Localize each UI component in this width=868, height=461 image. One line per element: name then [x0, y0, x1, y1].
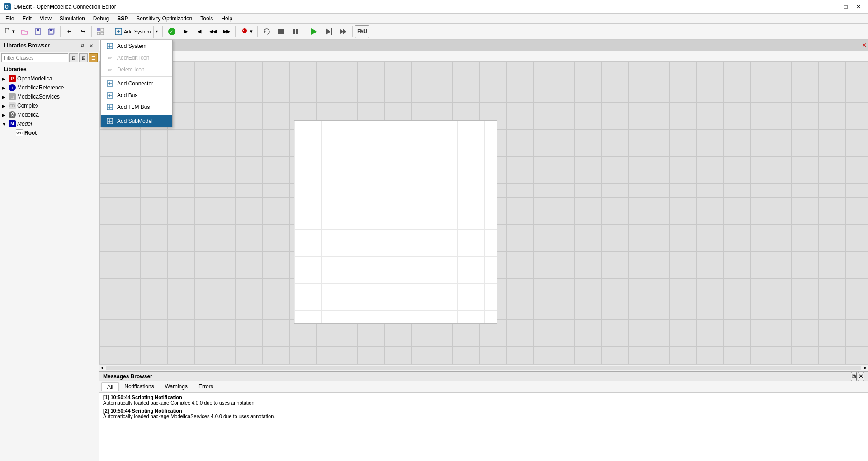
add-system-label: Add System	[124, 29, 151, 34]
scroll-right-btn[interactable]: ▸	[863, 365, 868, 370]
back2-button[interactable]: ◀◀	[207, 25, 219, 38]
save-all-button[interactable]	[45, 25, 58, 38]
diagram-center	[294, 120, 497, 324]
dd-add-connector[interactable]: Add Connector	[101, 78, 172, 89]
expand-icon: ▼	[2, 122, 7, 127]
sidebar-item-complex[interactable]: ▶ □□ Complex	[0, 101, 99, 110]
tab-views: Diagram View	[99, 51, 868, 61]
maximize-button[interactable]: □	[840, 2, 852, 11]
sidebar-item-root[interactable]: WC Root	[0, 128, 99, 137]
menu-help[interactable]: Help	[217, 14, 236, 23]
filter-libraries-btn[interactable]: ☰	[89, 53, 98, 62]
redo-button[interactable]: ↪	[76, 25, 89, 38]
view-toggle[interactable]	[94, 25, 107, 38]
sidebar-float-button[interactable]: ⧉	[78, 42, 86, 50]
sidebar-item-modelicaref[interactable]: ▶ i ModelicaReference	[0, 83, 99, 92]
svg-point-17	[242, 28, 247, 33]
modelica-icon: M̃	[9, 111, 16, 118]
menu-simulation[interactable]: Simulation	[56, 14, 89, 23]
expand-icon: ▶	[2, 94, 7, 99]
svg-text:✓: ✓	[170, 29, 173, 34]
menu-sensitivity[interactable]: Sensitivity Optimization	[132, 14, 196, 23]
stop-button[interactable]	[274, 25, 288, 38]
fmu-refresh[interactable]	[260, 25, 274, 38]
dd-add-bus-label: Add Bus	[117, 92, 137, 99]
msg-tab-warnings[interactable]: Warnings	[160, 382, 193, 391]
sidebar-item-label: ModelicaServices	[17, 94, 60, 100]
scroll-left-btn[interactable]: ◂	[99, 365, 104, 370]
sim-step[interactable]	[322, 25, 335, 38]
sim-all[interactable]	[336, 25, 350, 38]
msg-tab-notifications[interactable]: Notifications	[119, 382, 159, 391]
svg-rect-10	[97, 32, 100, 35]
menu-file[interactable]: File	[2, 14, 18, 23]
menu-view[interactable]: View	[36, 14, 55, 23]
svg-line-18	[243, 30, 244, 31]
sidebar-item-label: Model	[17, 121, 32, 127]
menu-edit[interactable]: Edit	[19, 14, 35, 23]
check-button[interactable]: ✓	[165, 25, 179, 38]
dd-add-tlm-bus-label: Add TLM Bus	[117, 104, 150, 110]
debug-btn[interactable]: ▾	[238, 25, 255, 38]
sim-run[interactable]	[307, 25, 321, 38]
svg-rect-6	[50, 29, 52, 31]
sidebar-close-button[interactable]: ✕	[87, 42, 95, 50]
add-submodel-icon	[106, 118, 113, 125]
dd-add-system[interactable]: Add System	[101, 40, 172, 52]
msg-tab-errors[interactable]: Errors	[193, 382, 219, 391]
pause-button[interactable]	[289, 25, 302, 38]
sidebar-item-modelica[interactable]: ▶ M̃ Modelica	[0, 110, 99, 119]
add-system-button[interactable]: Add System	[112, 26, 153, 38]
filter-input[interactable]	[1, 53, 68, 62]
dd-add-bus[interactable]: Add Bus	[101, 89, 172, 101]
svg-rect-8	[97, 28, 100, 31]
fmu-button[interactable]: FMU	[355, 25, 369, 38]
model-icon: M	[9, 120, 16, 127]
h-scrollbar-track[interactable]	[106, 366, 861, 370]
sidebar-item-modelicaservices[interactable]: ▶ □ ModelicaServices	[0, 92, 99, 101]
sidebar-item-model[interactable]: ▼ M Model	[0, 119, 99, 128]
save-button[interactable]	[32, 25, 44, 38]
menu-debug[interactable]: Debug	[90, 14, 113, 23]
add-system-dropdown[interactable]: Add System ▾	[112, 25, 160, 38]
svg-marker-27	[343, 28, 346, 35]
svg-rect-4	[37, 29, 39, 31]
menu-tools[interactable]: Tools	[197, 14, 217, 23]
close-button[interactable]: ✕	[853, 2, 864, 11]
title-bar: O OMEdit - OpenModelica Connection Edito…	[0, 0, 868, 14]
svg-marker-19	[264, 30, 266, 33]
dd-add-tlm-bus[interactable]: Add TLM Bus	[101, 101, 172, 113]
diagram-area[interactable]	[99, 61, 868, 364]
openmodelica-icon: P	[9, 75, 16, 82]
back-button[interactable]: ◀	[193, 25, 206, 38]
fwd2-button[interactable]: ▶▶	[220, 25, 233, 38]
sidebar-item-openmodelica[interactable]: ▶ P OpenModelica	[0, 74, 99, 83]
msg-1-body: Automatically loaded package Complex 4.0…	[103, 400, 864, 405]
root-icon: WC	[16, 129, 23, 136]
dd-delete-label: Delete Icon	[117, 66, 145, 73]
msg-tab-all[interactable]: All	[101, 382, 119, 391]
open-button[interactable]	[18, 25, 31, 38]
menu-ssp[interactable]: SSP	[113, 14, 132, 23]
minimize-button[interactable]: —	[827, 2, 839, 11]
forward-button[interactable]: ▶	[179, 25, 192, 38]
messages-title: Messages Browser	[103, 373, 152, 380]
add-system-arrow[interactable]: ▾	[153, 26, 160, 38]
h-scrollbar[interactable]: ◂ ▸	[99, 364, 868, 371]
messages-float-btn[interactable]: ⧉	[851, 372, 857, 381]
sidebar-title: Libraries Browser	[4, 42, 50, 49]
new-button[interactable]: ▾	[2, 25, 17, 38]
svg-rect-22	[296, 29, 298, 34]
content-area: Model* ✕ Root* ✕ Diagram View ◂ ▸ Messag…	[99, 40, 868, 461]
dd-add-submodel[interactable]: Add SubModel	[101, 115, 172, 127]
undo-button[interactable]: ↩	[63, 25, 75, 38]
dd-add-submodel-label: Add SubModel	[117, 118, 153, 124]
close-right-btn[interactable]: ✕	[861, 40, 868, 51]
dd-add-edit-label: Add/Edit Icon	[117, 55, 149, 61]
filter-expand-btn[interactable]: ⊞	[79, 53, 88, 62]
expand-icon: ▶	[2, 85, 7, 90]
messages-close-btn[interactable]: ✕	[858, 372, 864, 381]
dd-sep1	[101, 76, 172, 77]
filter-collapse-btn[interactable]: ⊟	[69, 53, 78, 62]
sidebar-item-label: ModelicaReference	[17, 85, 64, 91]
